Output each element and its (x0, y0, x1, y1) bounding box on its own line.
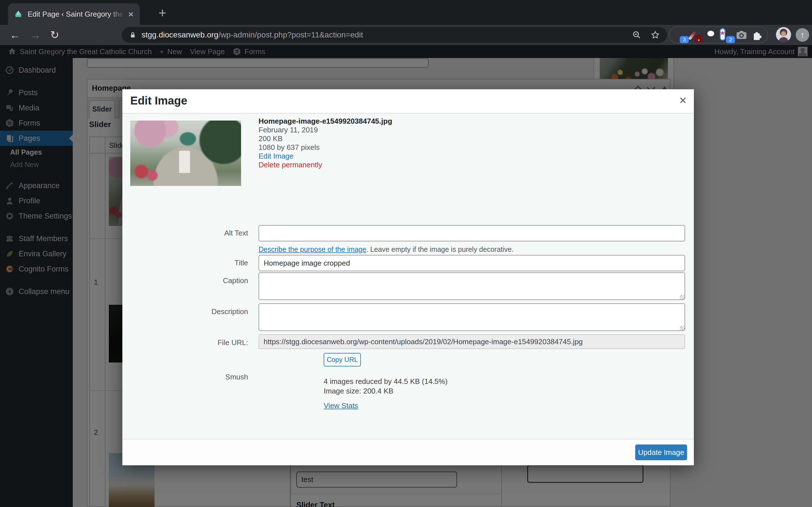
file-url-label: File URL: (122, 338, 248, 347)
tab-title-fade (108, 10, 125, 18)
title-input[interactable] (259, 255, 685, 271)
view-stats-link[interactable]: View Stats (324, 401, 358, 410)
tab-title: Edit Page ‹ Saint Gregory the G (28, 10, 125, 18)
alt-text-label: Alt Text (122, 229, 248, 237)
attachment-thumbnail (130, 121, 241, 186)
smush-image-size: Image size: 200.4 KB (324, 387, 393, 395)
attachment-date: February 11, 2019 (259, 126, 392, 134)
extensions-shelf: 3 * 2 (669, 26, 768, 43)
review-bubble-extension-icon[interactable]: * 2 (720, 29, 732, 41)
caption-label: Caption (122, 276, 248, 285)
smush-stats: 4 images reduced by 44.5 KB (14.5%) (324, 377, 448, 386)
browser-tab-strip: Edit Page ‹ Saint Gregory the G × + (0, 0, 812, 25)
screen: Edit Page ‹ Saint Gregory the G × + ← → … (0, 0, 812, 507)
edit-image-link[interactable]: Edit Image (259, 152, 392, 161)
description-textarea[interactable] (259, 303, 685, 331)
attachment-dimensions: 1080 by 637 pixels (259, 143, 392, 152)
new-tab-button[interactable]: + (154, 6, 170, 21)
browser-update-icon[interactable]: ↑ (796, 28, 809, 42)
title-label: Title (122, 259, 248, 267)
extensions-puzzle-icon[interactable] (751, 29, 763, 41)
lock-icon (129, 31, 137, 39)
screenshot-camera-extension-icon[interactable] (735, 29, 748, 41)
alt-text-help: Describe the purpose of the image. Leave… (259, 245, 514, 253)
modal-footer: Update Image (122, 439, 694, 465)
extension-badge: 2 (726, 36, 735, 43)
resize-grabber-icon[interactable] (680, 295, 684, 299)
address-bar[interactable]: stgg.diocesanweb.org /wp-admin/post.php?… (122, 27, 667, 43)
description-label: Description (122, 307, 248, 316)
browser-profile-avatar[interactable] (776, 27, 791, 42)
edit-image-modal: Edit Image × Homepage-image-e15499203847… (122, 89, 694, 465)
close-icon[interactable]: × (679, 93, 687, 107)
back-button[interactable]: ← (10, 30, 20, 40)
alt-text-input[interactable] (259, 225, 685, 241)
extension-badge: 3 (680, 36, 689, 43)
caption-textarea[interactable] (259, 272, 685, 300)
bookmark-star-icon[interactable] (651, 31, 660, 40)
attachment-details: Homepage-image-e1549920384745.jpg Februa… (259, 117, 392, 169)
attachment-filename: Homepage-image-e1549920384745.jpg (259, 117, 392, 126)
tab-close-icon[interactable]: × (128, 9, 134, 19)
modal-title: Edit Image (130, 94, 187, 107)
color-picker-extension-icon[interactable] (689, 29, 702, 41)
extension-green-icon[interactable]: 3 (673, 29, 686, 41)
file-url-input[interactable] (259, 334, 685, 349)
flame-extension-icon[interactable] (705, 29, 717, 41)
attachment-filesize: 200 KB (259, 134, 392, 143)
update-image-button[interactable]: Update Image (635, 445, 687, 460)
url-path: /wp-admin/post.php?post=11&action=edit (218, 31, 363, 40)
delete-permanently-link[interactable]: Delete permanently (259, 161, 392, 169)
modal-header: Edit Image × (122, 89, 694, 114)
resize-grabber-icon[interactable] (680, 326, 684, 330)
copy-url-button[interactable]: Copy URL (324, 353, 361, 367)
reload-button[interactable]: ↻ (50, 30, 59, 40)
forward-button[interactable]: → (30, 30, 41, 40)
browser-tab[interactable]: Edit Page ‹ Saint Gregory the G × (8, 3, 140, 25)
url-host: stgg.diocesanweb.org (142, 31, 218, 40)
smush-label: Smush (122, 373, 248, 381)
site-favicon-icon (14, 10, 22, 18)
describe-purpose-link[interactable]: Describe the purpose of the image (259, 245, 366, 253)
modal-body: Homepage-image-e1549920384745.jpg Februa… (122, 114, 694, 439)
zoom-out-icon[interactable] (632, 31, 641, 40)
